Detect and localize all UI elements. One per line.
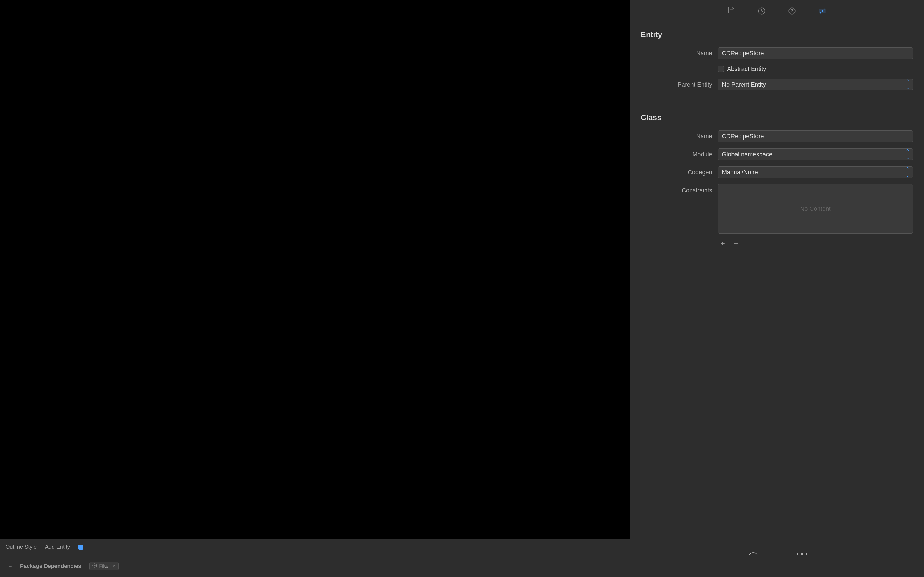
codegen-wrapper: Manual/None Class Definition Category/Ex… xyxy=(718,166,913,178)
parent-entity-row: Parent Entity No Parent Entity ⌃⌄ xyxy=(641,79,913,90)
abstract-entity-label: Abstract Entity xyxy=(727,65,766,73)
filter-clear-icon[interactable]: ✕ xyxy=(112,564,115,569)
inspector-panel: Entity Name Abstract Entity Parent Entit… xyxy=(630,0,924,577)
class-name-input[interactable] xyxy=(718,130,913,142)
module-select[interactable]: Global namespace xyxy=(718,148,913,160)
add-constraint-button[interactable]: + xyxy=(718,239,728,248)
constraints-content: No Content + − xyxy=(718,184,913,251)
remove-constraint-button[interactable]: − xyxy=(731,239,741,248)
module-label: Module xyxy=(641,151,718,158)
constraints-box: No Content xyxy=(718,184,913,234)
bottom-right-pane xyxy=(858,266,924,479)
svg-point-5 xyxy=(792,13,792,13)
abstract-entity-row: Abstract Entity xyxy=(641,65,913,73)
status-add-button[interactable]: + xyxy=(8,563,12,570)
parent-entity-select[interactable]: No Parent Entity xyxy=(718,79,913,90)
codegen-row: Codegen Manual/None Class Definition Cat… xyxy=(641,166,913,178)
class-name-label: Name xyxy=(641,133,718,140)
entity-section: Entity Name Abstract Entity Parent Entit… xyxy=(630,22,924,105)
entity-name-label: Name xyxy=(641,50,718,57)
status-bar: + Package Dependencies Filter ✕ xyxy=(0,555,924,577)
entity-name-row: Name xyxy=(641,47,913,60)
entity-section-title: Entity xyxy=(641,30,913,39)
filter-control[interactable]: Filter ✕ xyxy=(89,562,118,571)
blue-indicator xyxy=(78,545,83,550)
canvas-area xyxy=(0,0,630,566)
bottom-split-panes xyxy=(630,265,924,479)
file-icon[interactable] xyxy=(725,4,738,18)
filter-icon xyxy=(92,563,97,569)
parent-entity-label: Parent Entity xyxy=(641,81,718,88)
module-row: Module Global namespace ⌃⌄ xyxy=(641,148,913,160)
filter-label: Filter xyxy=(99,563,110,569)
class-name-row: Name xyxy=(641,130,913,142)
no-content-label: No Content xyxy=(800,205,830,213)
module-wrapper: Global namespace ⌃⌄ xyxy=(718,148,913,160)
inspector-content: Entity Name Abstract Entity Parent Entit… xyxy=(630,22,924,547)
parent-entity-wrapper: No Parent Entity ⌃⌄ xyxy=(718,79,913,90)
class-section: Class Name Module Global namespace ⌃⌄ Co… xyxy=(630,105,924,265)
history-icon[interactable] xyxy=(755,4,769,18)
codegen-select[interactable]: Manual/None Class Definition Category/Ex… xyxy=(718,166,913,178)
filter-lines-icon[interactable] xyxy=(816,4,829,18)
class-section-title: Class xyxy=(641,113,913,122)
outline-style-label[interactable]: Outline Style xyxy=(5,544,37,550)
package-dependencies-label: Package Dependencies xyxy=(20,563,81,569)
constraints-label: Constraints xyxy=(641,184,718,194)
help-icon[interactable] xyxy=(785,4,799,18)
constraints-row: Constraints No Content + − xyxy=(641,184,913,251)
bottom-left-pane xyxy=(630,266,858,479)
abstract-entity-checkbox[interactable] xyxy=(718,66,724,72)
entity-name-input[interactable] xyxy=(718,47,913,60)
svg-rect-0 xyxy=(729,7,733,13)
add-entity-label[interactable]: Add Entity xyxy=(45,544,70,550)
inspector-toolbar xyxy=(630,0,924,22)
canvas-bottom-bar: Outline Style Add Entity xyxy=(0,538,630,555)
constraints-controls: + − xyxy=(718,236,913,251)
codegen-label: Codegen xyxy=(641,169,718,176)
